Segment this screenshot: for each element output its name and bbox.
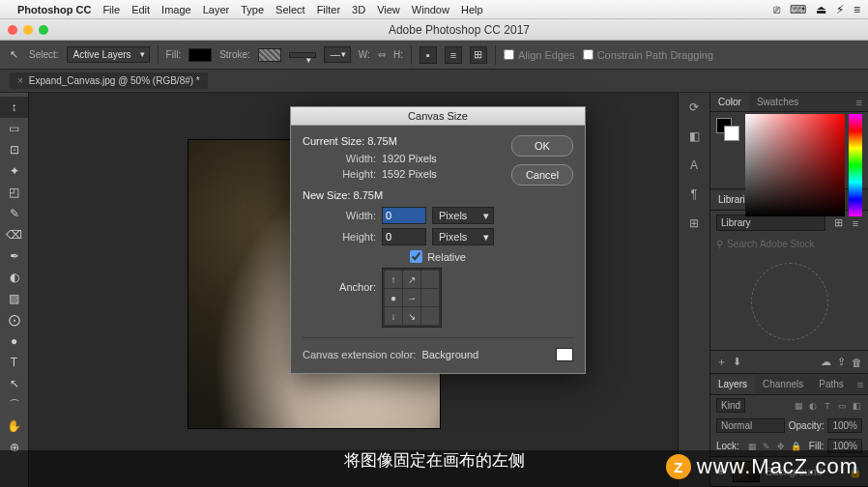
tab-paths[interactable]: Paths [811, 375, 852, 393]
menu-3d[interactable]: 3D [352, 4, 365, 15]
tab-color[interactable]: Color [710, 93, 749, 111]
gradient-tool[interactable]: ▨ [0, 288, 28, 309]
eyedropper-tool[interactable]: ✎ [0, 203, 28, 224]
menu-window[interactable]: Window [412, 4, 449, 15]
anchor-cell[interactable] [421, 271, 439, 288]
extension-color-select[interactable]: Background [421, 349, 550, 360]
opacity-value[interactable]: 100% [827, 418, 862, 433]
menu-help[interactable]: Help [461, 4, 483, 15]
menu-filter[interactable]: Filter [317, 4, 340, 15]
lasso-tool[interactable]: ⊡ [0, 139, 28, 160]
tab-layers[interactable]: Layers [710, 375, 755, 393]
constrain-check[interactable]: Constrain Path Dragging [583, 49, 713, 61]
wand-tool[interactable]: ✦ [0, 160, 28, 182]
cancel-button[interactable]: Cancel [511, 164, 573, 186]
move-tool[interactable]: ↕ [0, 97, 28, 118]
anchor-cell[interactable]: ↗ [403, 271, 420, 288]
cloud-icon[interactable]: ☁ [821, 356, 831, 368]
grid-view-icon[interactable]: ⊞ [831, 216, 845, 230]
status-icon[interactable]: ⏏ [816, 3, 826, 16]
dodge-tool[interactable]: ⨀ [0, 309, 28, 330]
align-icon[interactable]: ≡ [445, 46, 462, 64]
width-unit[interactable]: Pixels [432, 207, 494, 224]
height-unit[interactable]: Pixels [432, 228, 494, 245]
status-icon[interactable]: ≡ [854, 3, 860, 16]
filter-shape-icon[interactable]: ▭ [836, 400, 848, 412]
filter-type-icon[interactable]: T [822, 400, 833, 412]
app-name[interactable]: Photoshop CC [17, 4, 91, 15]
stamp-tool[interactable]: ◐ [0, 267, 28, 288]
menu-edit[interactable]: Edit [131, 4, 150, 15]
paragraph-icon[interactable]: ¶ [685, 186, 703, 203]
properties-icon[interactable]: ◧ [685, 128, 703, 145]
move-tool-icon[interactable]: ↖ [6, 47, 21, 63]
anchor-cell[interactable]: → [403, 289, 420, 306]
status-icon[interactable]: ⎚ [773, 3, 780, 16]
extension-color-swatch[interactable] [556, 348, 573, 361]
link-icon[interactable]: ⇔ [378, 49, 386, 60]
anchor-cell[interactable]: ↘ [403, 307, 420, 325]
new-width-input[interactable] [382, 207, 426, 224]
anchor-cell[interactable] [421, 289, 439, 306]
panel-menu-icon[interactable]: ≡ [852, 379, 868, 390]
filter-pixel-icon[interactable]: ▦ [793, 400, 804, 412]
shape-tool[interactable]: ⌒ [0, 394, 28, 415]
fg-bg-swatches[interactable] [716, 118, 739, 141]
stroke-width[interactable] [289, 52, 316, 58]
status-icon[interactable]: ⌨ [790, 3, 806, 16]
brush-tool[interactable]: ✒ [0, 245, 28, 267]
anchor-grid[interactable]: ↑ ↗ ● → ↓ ↘ [382, 268, 442, 328]
panel-menu-icon[interactable]: ≡ [851, 97, 868, 108]
ok-button[interactable]: OK [511, 135, 573, 157]
marquee-tool[interactable]: ▭ [0, 118, 28, 139]
document-tab[interactable]: × Expand_Canvas.jpg @ 50% (RGB/8#) * [10, 72, 208, 89]
filter-kind[interactable]: Kind [716, 398, 745, 413]
relative-checkbox[interactable] [410, 250, 422, 263]
pen-tool[interactable]: ● [0, 330, 28, 352]
filter-adj-icon[interactable]: ◐ [807, 400, 819, 412]
menu-layer[interactable]: Layer [203, 4, 230, 15]
arrange-icon[interactable]: ⊞ [470, 46, 487, 64]
anchor-cell[interactable]: ● [385, 289, 402, 306]
add-icon[interactable]: ＋ [716, 355, 727, 369]
blend-mode[interactable]: Normal [716, 418, 785, 433]
stroke-style[interactable]: — [324, 46, 351, 63]
anchor-cell[interactable]: ↑ [385, 271, 402, 288]
trash-icon[interactable]: 🗑 [852, 357, 862, 368]
library-select[interactable]: Library [716, 215, 825, 231]
close-tab-icon[interactable]: × [17, 75, 23, 86]
zoom-button[interactable] [39, 25, 48, 35]
tab-swatches[interactable]: Swatches [749, 93, 806, 111]
new-height-input[interactable] [382, 228, 426, 245]
anchor-cell[interactable]: ↓ [385, 307, 402, 325]
stroke-swatch[interactable] [258, 48, 281, 62]
path-tool[interactable]: ↖ [0, 373, 28, 394]
fill-swatch[interactable] [188, 48, 212, 62]
hand-tool[interactable]: ✋ [0, 415, 28, 437]
menu-select[interactable]: Select [275, 4, 305, 15]
color-field[interactable] [745, 114, 845, 216]
anchor-cell[interactable] [421, 307, 439, 325]
menu-view[interactable]: View [377, 4, 400, 15]
download-icon[interactable]: ⬇ [733, 356, 741, 368]
menu-file[interactable]: File [102, 4, 120, 15]
type-tool[interactable]: T [0, 352, 28, 373]
path-op-icon[interactable]: ▪ [420, 46, 437, 64]
info-icon[interactable]: ⊞ [685, 215, 703, 232]
close-button[interactable] [8, 25, 17, 35]
crop-tool[interactable]: ◰ [0, 182, 28, 203]
character-icon[interactable]: A [685, 157, 703, 174]
status-icon[interactable]: ⚡︎ [836, 3, 844, 16]
menu-type[interactable]: Type [241, 4, 264, 15]
heal-tool[interactable]: ⌫ [0, 224, 28, 245]
history-icon[interactable]: ⟳ [685, 99, 703, 116]
hue-slider[interactable] [849, 114, 862, 216]
select-dropdown[interactable]: Active Layers [67, 46, 150, 63]
menu-image[interactable]: Image [161, 4, 191, 15]
align-edges-check[interactable]: Align Edges [504, 49, 575, 61]
share-icon[interactable]: ⇪ [837, 356, 846, 368]
minimize-button[interactable] [23, 25, 33, 35]
filter-smart-icon[interactable]: ◧ [851, 400, 862, 412]
tab-channels[interactable]: Channels [755, 375, 811, 393]
search-stock[interactable]: ⚲ Search Adobe Stock [710, 235, 868, 253]
